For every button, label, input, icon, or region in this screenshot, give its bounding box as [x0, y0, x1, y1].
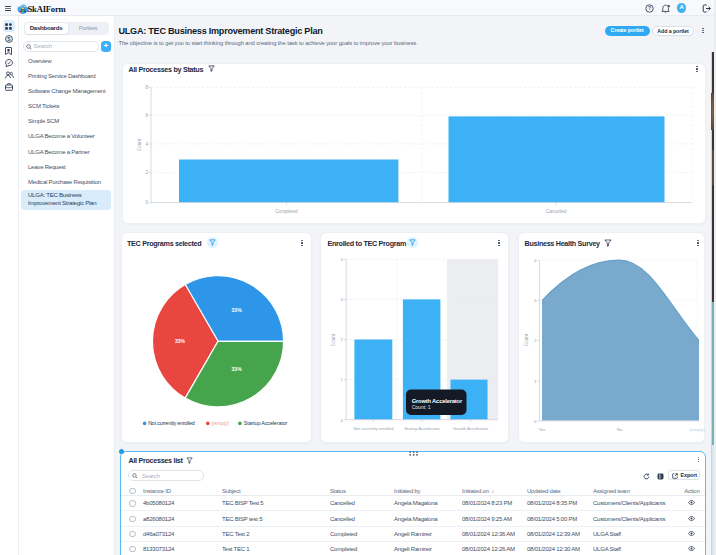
- svg-text:Startup Accelerator: Startup Accelerator: [404, 426, 440, 431]
- svg-text:?: ?: [648, 5, 651, 11]
- svg-text:(empty): (empty): [690, 427, 705, 432]
- svg-text:Completed: Completed: [275, 209, 298, 214]
- svg-text:Cancelled: Cancelled: [546, 209, 567, 214]
- svg-text:33%: 33%: [232, 307, 243, 313]
- svg-text:No: No: [617, 427, 623, 432]
- svg-text:Count: Count: [524, 333, 529, 346]
- svg-text:Not currently enrolled: Not currently enrolled: [353, 426, 393, 431]
- svg-text:Yes: Yes: [538, 427, 546, 432]
- svg-text:2: 2: [534, 338, 537, 343]
- svg-text:S: S: [7, 36, 11, 42]
- svg-text:3: 3: [534, 298, 537, 303]
- svg-text:33%: 33%: [175, 338, 186, 344]
- svg-text:8: 8: [145, 85, 148, 90]
- svg-text:4: 4: [145, 142, 148, 147]
- svg-text:Count: Count: [137, 138, 142, 151]
- svg-text:Count: Count: [331, 333, 336, 346]
- svg-text:2: 2: [145, 170, 148, 175]
- svg-text:0: 0: [145, 200, 148, 205]
- svg-text:4: 4: [534, 258, 537, 263]
- svg-text:Growth Accelerator: Growth Accelerator: [453, 426, 489, 431]
- svg-text:Startup Accelerator: Startup Accelerator: [244, 420, 288, 426]
- svg-text:6: 6: [145, 113, 148, 118]
- svg-text:0: 0: [534, 419, 537, 424]
- svg-text:4: 4: [341, 257, 344, 262]
- svg-text:0: 0: [341, 418, 344, 423]
- svg-text:1: 1: [341, 377, 344, 382]
- svg-text:1: 1: [534, 379, 537, 384]
- svg-text:Not currently enrolled: Not currently enrolled: [148, 420, 195, 426]
- svg-text:(empty): (empty): [212, 420, 230, 426]
- svg-text:3: 3: [341, 297, 344, 302]
- svg-text:2: 2: [341, 337, 344, 342]
- svg-text:33%: 33%: [232, 366, 243, 372]
- svg-text:Count: 1: Count: 1: [412, 404, 431, 410]
- svg-text:Growth Accelerator: Growth Accelerator: [412, 398, 463, 404]
